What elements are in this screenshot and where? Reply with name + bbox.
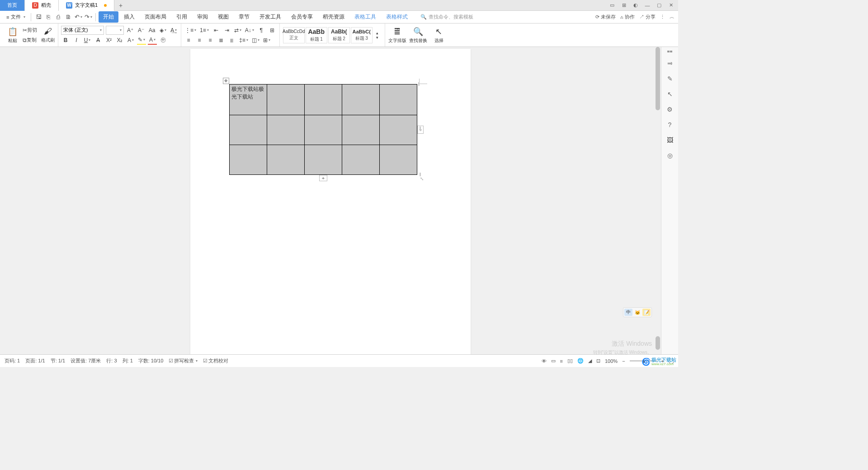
vertical-scrollbar[interactable] xyxy=(655,47,661,354)
preview-icon[interactable]: 🗎 xyxy=(64,13,73,22)
document-table[interactable]: 极光下载站极光下载站 xyxy=(229,84,417,175)
indent-icon[interactable]: ⇥ xyxy=(222,26,231,35)
tab-icon[interactable]: ⇄▾ xyxy=(233,26,242,35)
sort-icon[interactable]: A↓▾ xyxy=(244,26,255,35)
saveas-icon[interactable]: ⎘ xyxy=(44,13,53,22)
copy-button[interactable]: ⧉ 复制 xyxy=(22,36,38,45)
bullet-list-icon[interactable]: ⋮≡▾ xyxy=(184,26,197,35)
menu-start[interactable]: 开始 xyxy=(99,11,118,23)
save-icon[interactable]: 🖫 xyxy=(34,13,43,22)
line-spacing-icon[interactable]: ‡≡▾ xyxy=(238,36,249,45)
layout-icon[interactable]: ▭ xyxy=(609,2,616,9)
status-col[interactable]: 列: 1 xyxy=(123,357,133,364)
maximize-button[interactable]: ▢ xyxy=(656,2,663,9)
change-case-icon[interactable]: Aa xyxy=(147,26,156,35)
status-words[interactable]: 字数: 10/10 xyxy=(138,357,164,364)
close-button[interactable]: ✕ xyxy=(667,2,675,9)
highlight-button[interactable]: ✎▾ xyxy=(137,36,146,45)
style-h2[interactable]: AaBb(标题 2 xyxy=(328,27,350,43)
subscript-button[interactable]: X₂ xyxy=(115,36,124,45)
pointer-icon[interactable]: ↖ xyxy=(665,89,675,99)
zoom-slider[interactable] xyxy=(630,360,657,362)
table-resize-handle[interactable]: ⤡ xyxy=(420,176,424,181)
status-position[interactable]: 设置值: 7厘米 xyxy=(71,357,101,364)
share-button[interactable]: ↗ 分享 xyxy=(639,14,656,20)
sidebar-handle[interactable] xyxy=(667,51,673,52)
paste-button[interactable]: 📋 粘贴 xyxy=(6,27,19,44)
status-row[interactable]: 行: 3 xyxy=(106,357,117,364)
font-size-select[interactable]: ▾ xyxy=(106,26,124,35)
view-page-icon[interactable]: ▭ xyxy=(551,358,556,364)
select-button[interactable]: ↖选择 xyxy=(429,24,448,47)
floating-ime-toolbar[interactable]: 中 🐱 📝 xyxy=(623,307,652,317)
shading-icon[interactable]: ◫▾ xyxy=(251,36,260,45)
style-h3[interactable]: AaBbC(标题 3 xyxy=(351,27,373,43)
minimize-button[interactable]: ― xyxy=(644,2,651,9)
menu-dev[interactable]: 开发工具 xyxy=(255,11,286,23)
paragraph-mark-icon[interactable]: ¶ xyxy=(257,26,266,35)
font-color-button[interactable]: A▾ xyxy=(148,36,157,45)
border-btn-icon[interactable]: ⊞ xyxy=(268,26,277,35)
underline-button[interactable]: U▾ xyxy=(83,36,92,45)
menu-view[interactable]: 视图 xyxy=(213,11,233,23)
align-right-icon[interactable]: ≡ xyxy=(206,36,215,45)
user-icon[interactable]: ◐ xyxy=(632,2,639,9)
status-section[interactable]: 节: 1/1 xyxy=(51,357,65,364)
number-list-icon[interactable]: 1≡▾ xyxy=(199,26,210,35)
table-cell[interactable] xyxy=(305,115,342,145)
status-page[interactable]: 页面: 1/1 xyxy=(25,357,45,364)
eye-icon[interactable]: 👁 xyxy=(542,358,547,364)
menu-insert[interactable]: 插入 xyxy=(119,11,139,23)
zoom-in-icon[interactable]: + xyxy=(661,358,664,364)
table-cell[interactable] xyxy=(267,145,305,175)
shrink-font-icon[interactable]: A⁻ xyxy=(137,26,146,35)
table-cell[interactable] xyxy=(230,145,267,175)
distribute-icon[interactable]: ⫼ xyxy=(227,36,236,45)
focus-icon[interactable]: ◢ xyxy=(588,358,592,364)
tab-doke[interactable]: D 稻壳 xyxy=(25,0,59,11)
clear-format-icon[interactable]: ◈▾ xyxy=(158,26,167,35)
style-h1[interactable]: AaBb标题 1 xyxy=(306,27,327,43)
add-row-button[interactable]: + xyxy=(319,175,327,181)
more-icon[interactable]: ⋮ xyxy=(660,14,665,20)
table-cell[interactable] xyxy=(380,85,417,115)
settings-icon[interactable]: ⚙ xyxy=(665,105,675,114)
borders-icon[interactable]: ⊞▾ xyxy=(262,36,271,45)
spell-check-toggle[interactable]: ☑ 拼写检查 ▾ xyxy=(169,357,198,364)
view-read-icon[interactable]: ▯▯ xyxy=(567,358,573,364)
table-cell[interactable] xyxy=(342,145,380,175)
italic-button[interactable]: I xyxy=(72,36,81,45)
table-cell[interactable] xyxy=(305,145,342,175)
table-cell[interactable] xyxy=(267,85,305,115)
table-cell[interactable] xyxy=(342,115,380,145)
menu-review[interactable]: 审阅 xyxy=(193,11,212,23)
table-cell[interactable]: 极光下载站极光下载站 xyxy=(230,85,267,115)
table-cell[interactable] xyxy=(342,85,380,115)
help-icon[interactable]: ? xyxy=(665,120,675,129)
grid-icon[interactable]: ⊞ xyxy=(620,2,627,9)
table-move-handle[interactable]: ✥ xyxy=(223,78,229,84)
table-cell[interactable] xyxy=(305,85,342,115)
outdent-icon[interactable]: ⇤ xyxy=(212,26,221,35)
cut-button[interactable]: ✂ 剪切 xyxy=(22,26,38,35)
tab-document[interactable]: W 文字文稿1 xyxy=(59,0,114,11)
document-area[interactable]: ✥ 极光下载站极光下载站 + + ⤡ xyxy=(0,47,661,354)
redo-icon[interactable]: ↷▾ xyxy=(84,13,93,22)
tab-add[interactable]: + xyxy=(114,2,127,9)
menu-tablestyle[interactable]: 表格样式 xyxy=(382,11,412,23)
unsaved-status[interactable]: ⟳ 未保存 xyxy=(595,14,616,20)
table-cell[interactable] xyxy=(380,115,417,145)
table-cell[interactable] xyxy=(230,115,267,145)
zoom-out-icon[interactable]: − xyxy=(622,358,625,364)
pen-icon[interactable]: ✎ xyxy=(665,74,675,83)
menu-tabletool[interactable]: 表格工具 xyxy=(350,11,381,23)
rocket-icon[interactable]: ⥤ xyxy=(665,59,675,68)
align-center-icon[interactable]: ≡ xyxy=(195,36,204,45)
print-icon[interactable]: ⎙ xyxy=(54,13,63,22)
styles-more-icon[interactable]: ▴▾ xyxy=(373,27,382,43)
find-replace-button[interactable]: 🔍查找替换 xyxy=(409,24,428,47)
align-left-icon[interactable]: ≡ xyxy=(184,36,193,45)
menu-ref[interactable]: 引用 xyxy=(172,11,192,23)
superscript-button[interactable]: X² xyxy=(104,36,113,45)
ime-cat-icon[interactable]: 🐱 xyxy=(633,309,642,316)
